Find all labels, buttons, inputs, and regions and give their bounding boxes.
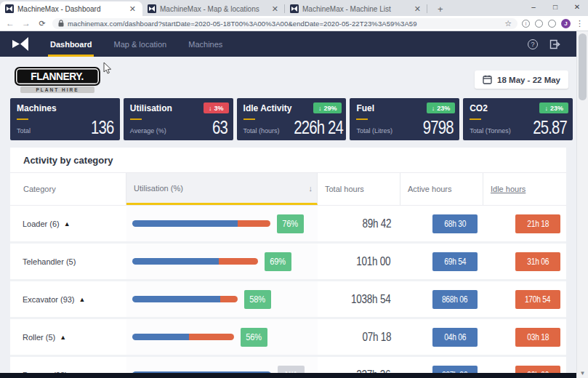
stat-card-title: Machines	[17, 103, 113, 113]
utilisation-badge: 56%	[241, 328, 267, 347]
idle-hours-cell: 170h 54	[483, 290, 566, 309]
active-hours-badge: 68h 30	[432, 214, 478, 233]
active-hours-cell: 68h 30	[400, 214, 483, 233]
navitem-machines[interactable]: Machines	[177, 31, 233, 57]
warning-icon: ▲	[60, 334, 66, 341]
reload-button[interactable]: ⟳	[36, 19, 48, 28]
date-range-label: 18 May - 22 May	[497, 76, 560, 84]
category-cell: Telehandler (5)	[10, 257, 126, 266]
column-header-active-hours[interactable]: Active hours	[400, 173, 483, 205]
stat-card-value: 63	[212, 118, 227, 137]
address-bar[interactable]: machinemax.com/dashboard?startDate=2020-…	[52, 18, 517, 29]
bookmark-star-icon[interactable]: ☆	[504, 19, 512, 28]
table-row[interactable]: Loader (6) ▲ 76% 89h 42 68h 30 21h 18	[10, 206, 566, 244]
machinemax-favicon	[5, 4, 14, 13]
page-scrollbar[interactable]: ▼	[576, 31, 588, 378]
tab-title: MachineMax - Map & locations	[160, 5, 267, 13]
utilisation-cell: 58%	[126, 281, 318, 317]
stat-card: Utilisation ↓3% Average (%) 63	[124, 98, 233, 140]
trend-value: 23%	[437, 105, 450, 112]
back-button[interactable]: ←	[4, 18, 16, 28]
idle-bar-segment	[220, 296, 238, 302]
column-header-idle-hours[interactable]: Idle hours	[483, 173, 566, 205]
trend-badge: ↓3%	[204, 102, 229, 113]
navitem-label: Dashboard	[50, 40, 92, 49]
stat-card-label: Average (%)	[130, 127, 166, 137]
tab-close-icon[interactable]: ✕	[270, 4, 280, 14]
forward-button[interactable]: →	[20, 18, 32, 28]
table-row[interactable]: Roller (5) ▲ 56% 07h 18 04h 06 03h 18	[10, 319, 566, 357]
table-row[interactable]: Telehandler (5) 69% 101h 00 69h 54 31h 0…	[10, 244, 566, 281]
idle-hours-badge: 31h 06	[515, 252, 560, 271]
browser-menu-icon[interactable]: ⋮	[576, 19, 584, 28]
machinemax-favicon	[290, 4, 299, 13]
utilisation-cell: 56%	[126, 319, 318, 355]
lock-icon	[58, 20, 64, 27]
navitem-dashboard[interactable]: Dashboard	[39, 31, 102, 57]
trend-arrow-icon: ↓	[432, 105, 435, 112]
app-navbar: Dashboard Map & location Machines ?	[0, 31, 576, 57]
column-header-total-hours[interactable]: Total hours	[318, 173, 400, 205]
stat-card-label: Total (Tonnes)	[470, 127, 511, 137]
table-title: Activity by category	[10, 148, 566, 173]
utilisation-badge: 69%	[265, 252, 291, 271]
utilisation-bar	[132, 296, 238, 302]
browser-tab-dashboard[interactable]: MachineMax - Dashboard ✕	[0, 1, 142, 16]
category-cell: Loader (6) ▲	[10, 220, 126, 228]
scrollbar-down-arrow[interactable]: ▼	[577, 368, 588, 378]
tab-close-icon[interactable]: ✕	[128, 4, 137, 14]
scrollbar-thumb[interactable]	[579, 33, 587, 100]
browser-tab-machines[interactable]: MachineMax - Machine List ✕	[285, 1, 427, 16]
idle-hours-badge: 170h 54	[515, 290, 560, 309]
date-range-picker[interactable]: 18 May - 22 May	[475, 71, 568, 89]
minimize-button[interactable]: –	[523, 0, 544, 13]
table-body: Loader (6) ▲ 76% 89h 42 68h 30 21h 18 Te…	[10, 206, 566, 378]
trend-value: 29%	[323, 105, 337, 112]
utilisation-badge: 76%	[277, 214, 304, 233]
browser-toolbar: ← → ⟳ machinemax.com/dashboard?startDate…	[0, 16, 588, 31]
extension-icon[interactable]	[548, 20, 556, 28]
utilisation-badge: 58%	[244, 290, 271, 309]
maximize-button[interactable]: □	[544, 0, 566, 13]
trend-badge: ↓23%	[539, 102, 568, 113]
idle-hours-badge: 03h 18	[515, 328, 560, 347]
stat-card-label: Total	[17, 127, 31, 137]
category-label: Roller (5)	[23, 333, 55, 342]
stat-card-value: 226h 24	[294, 118, 343, 137]
stat-card-label: Total (Litres)	[356, 127, 392, 137]
idle-bar-segment	[219, 258, 257, 265]
utilisation-bar	[132, 334, 234, 340]
help-icon[interactable]: ?	[528, 39, 538, 49]
stat-cards-row: Machines Total 136 Utilisation ↓3% Avera…	[10, 98, 573, 140]
column-header-category[interactable]: Category	[10, 173, 126, 205]
logout-icon[interactable]	[549, 39, 560, 49]
table-row[interactable]: Excavator (93) ▲ 58% 1038h 54 868h 06 17…	[10, 281, 566, 319]
tab-title: MachineMax - Machine List	[302, 5, 409, 13]
url-text: machinemax.com/dashboard?startDate=2020-…	[68, 20, 501, 28]
idle-bar-segment	[189, 334, 234, 340]
idle-hours-badge: 21h 18	[515, 214, 560, 233]
category-cell: Excavator (93) ▲	[10, 295, 126, 304]
category-cell: Roller (5) ▲	[10, 333, 126, 342]
total-hours-cell: 07h 18	[318, 330, 400, 344]
machinemax-logo-icon[interactable]	[12, 37, 29, 51]
new-tab-button[interactable]: +	[433, 4, 448, 16]
browser-profile-avatar[interactable]: J	[561, 19, 571, 28]
extension-icon[interactable]	[535, 20, 543, 28]
active-hours-badge: 04h 06	[432, 328, 478, 347]
column-header-utilisation[interactable]: Utilisation (%)↓	[126, 173, 318, 205]
navitem-label: Map & location	[113, 40, 166, 49]
category-label: Telehandler (5)	[23, 257, 76, 266]
extension-icon[interactable]: i	[522, 20, 530, 28]
extension-icons: i J ⋮	[522, 19, 584, 28]
tab-close-icon[interactable]: ✕	[413, 4, 422, 14]
active-hours-cell: 69h 54	[400, 252, 483, 271]
warning-icon: ▲	[79, 296, 86, 303]
stat-card: Machines Total 136	[10, 98, 120, 140]
stat-card-value: 25.87	[533, 118, 567, 137]
navitem-map-location[interactable]: Map & location	[102, 31, 177, 57]
trend-value: 23%	[550, 105, 563, 112]
browser-tab-map[interactable]: MachineMax - Map & locations ✕	[142, 1, 285, 16]
active-bar-segment	[132, 334, 189, 340]
close-button[interactable]: ✕	[566, 0, 588, 13]
